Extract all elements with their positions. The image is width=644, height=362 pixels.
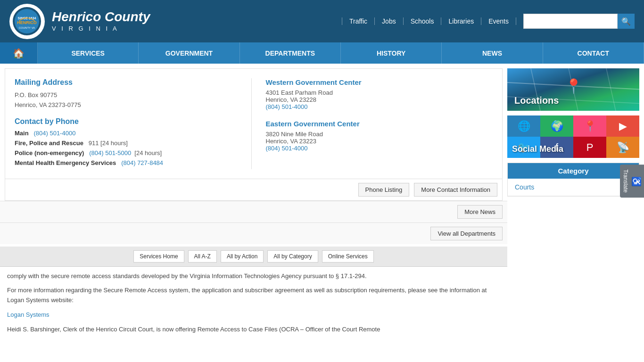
nav-home[interactable]: 🏠 [0, 42, 38, 64]
western-link[interactable]: Western Government Center [266, 78, 362, 86]
traffic-link[interactable]: Traffic [342, 17, 375, 25]
eastern-link[interactable]: Eastern Government Center [266, 120, 360, 128]
contact-footer: Phone Listing More Contact Information [5, 179, 502, 200]
svg-text:HENRICO: HENRICO [17, 20, 37, 25]
social-cell-1: 🌐 [507, 115, 540, 137]
dept-bar: View all Departments [0, 222, 507, 244]
paragraph-1: comply with the secure remote access sta… [7, 272, 500, 281]
services-nav: Services Home All A-Z All by Action All … [0, 247, 507, 267]
locations-label: Locations [514, 95, 559, 106]
nav-departments[interactable]: DEPARTMENTS [240, 42, 341, 64]
top-links: Traffic Jobs Schools Libraries Events [342, 17, 516, 25]
contact-right: Western Government Center 4301 East Parh… [266, 78, 493, 169]
map-pin-icon: 📍 [565, 78, 582, 94]
all-by-category-link[interactable]: All by Category [267, 250, 318, 263]
nav-history[interactable]: HISTORY [341, 42, 442, 64]
paragraph-3: Heidi S. Barshinger, Clerk of the Henric… [7, 325, 500, 335]
right-sidebar: 📍 Locations 🌐 🌍 📍 ▶ 🐦 f P 📡 Social Media [507, 64, 644, 362]
schools-link[interactable]: Schools [404, 17, 442, 25]
search-area: 🔍 [523, 14, 635, 29]
more-news-btn[interactable]: More News [457, 205, 503, 219]
police-phone-row: Police (non-emergency) (804) 501-5000 [2… [15, 149, 242, 156]
center-area: Mailing Address P.O. Box 90775 Henrico, … [0, 64, 507, 362]
courts-link[interactable]: Courts [515, 183, 534, 191]
search-button[interactable]: 🔍 [618, 14, 635, 29]
phone-listing-btn[interactable]: Phone Listing [358, 183, 410, 197]
main-text-area: comply with the secure remote access sta… [0, 267, 507, 344]
nav-services[interactable]: SERVICES [38, 42, 139, 64]
home-icon: 🏠 [13, 48, 25, 59]
logan-link-para: Logan Systems [7, 310, 500, 320]
nav-news[interactable]: NEWS [442, 42, 543, 64]
logo-circle: SINCE 1634 HENRICO COUNTY VA [9, 4, 45, 39]
courts-item: Courts [508, 179, 639, 196]
logo-text: Henrico County V I R G I N I A [52, 10, 150, 32]
phone-title: Contact by Phone [15, 117, 242, 126]
social-cell-youtube: ▶ [606, 115, 639, 137]
eastern-phone[interactable]: (804) 501-4000 [266, 145, 308, 152]
nav-contact[interactable]: CONTACT [543, 42, 644, 64]
category-box: Category Courts [507, 163, 639, 197]
contact-panel: Mailing Address P.O. Box 90775 Henrico, … [5, 68, 503, 201]
locations-widget[interactable]: 📍 Locations [507, 68, 639, 111]
search-input[interactable] [523, 14, 618, 29]
eastern-address: 3820 Nine Mile Road Henrico, VA 23223 (8… [266, 131, 493, 152]
social-cell-rss: 📡 [606, 137, 639, 158]
more-contact-btn[interactable]: More Contact Information [414, 183, 497, 197]
main-phone-row: Main (804) 501-4000 [15, 130, 242, 137]
social-label: Social Media [512, 144, 563, 154]
contact-content: Mailing Address P.O. Box 90775 Henrico, … [5, 69, 502, 179]
western-title: Western Government Center [266, 78, 493, 86]
all-az-link[interactable]: All A-Z [188, 250, 217, 263]
mental-phone-row: Mental Health Emergency Services (804) 7… [15, 159, 242, 166]
main-phone-link[interactable]: (804) 501-4000 [33, 130, 75, 137]
eastern-center: Eastern Government Center 3820 Nine Mile… [266, 120, 493, 152]
police-phone-link[interactable]: (804) 501-5000 [89, 149, 131, 156]
social-cell-pinterest: P [573, 137, 606, 158]
events-link[interactable]: Events [481, 17, 516, 25]
category-header: Category [508, 163, 639, 179]
mental-phone-link[interactable]: (804) 727-8484 [121, 159, 163, 166]
nav-government[interactable]: GOVERNMENT [139, 42, 239, 64]
contact-left: Mailing Address P.O. Box 90775 Henrico, … [15, 78, 252, 169]
news-bar: More News [0, 201, 507, 222]
translate-button[interactable]: ♿ Translate [620, 165, 644, 197]
eastern-title: Eastern Government Center [266, 120, 493, 128]
social-cell-globe: 🌍 [540, 115, 573, 137]
libraries-link[interactable]: Libraries [441, 17, 481, 25]
mailing-address: P.O. Box 90775 Henrico, VA 23273-0775 [15, 90, 242, 110]
accessibility-icon: ♿ [631, 176, 642, 186]
body-area: Mailing Address P.O. Box 90775 Henrico, … [0, 64, 644, 362]
jobs-link[interactable]: Jobs [375, 17, 404, 25]
western-phone[interactable]: (804) 501-4000 [266, 103, 308, 110]
all-by-action-link[interactable]: All by Action [221, 250, 264, 263]
social-cell-foursquare: 📍 [573, 115, 606, 137]
online-services-link[interactable]: Online Services [322, 250, 374, 263]
header: SINCE 1634 HENRICO COUNTY VA Henrico Cou… [0, 0, 644, 42]
services-home-link[interactable]: Services Home [133, 250, 184, 263]
western-address: 4301 East Parham Road Henrico, VA 23228 … [266, 89, 493, 110]
western-center: Western Government Center 4301 East Parh… [266, 78, 493, 110]
paragraph-2: For more information regarding the Secur… [7, 286, 500, 305]
nav-bar: 🏠 SERVICES GOVERNMENT DEPARTMENTS HISTOR… [0, 42, 644, 64]
social-widget[interactable]: 🌐 🌍 📍 ▶ 🐦 f P 📡 Social Media [507, 115, 639, 158]
logo-area: SINCE 1634 HENRICO COUNTY VA Henrico Cou… [9, 4, 342, 39]
translate-label: Translate [622, 169, 629, 193]
svg-text:COUNTY VA: COUNTY VA [19, 26, 35, 29]
view-all-dept-btn[interactable]: View all Departments [430, 227, 503, 240]
fire-phone-row: Fire, Police and Rescue 911 [24 hours] [15, 140, 242, 147]
mailing-title: Mailing Address [15, 78, 242, 87]
logan-systems-link[interactable]: Logan Systems [7, 311, 50, 318]
